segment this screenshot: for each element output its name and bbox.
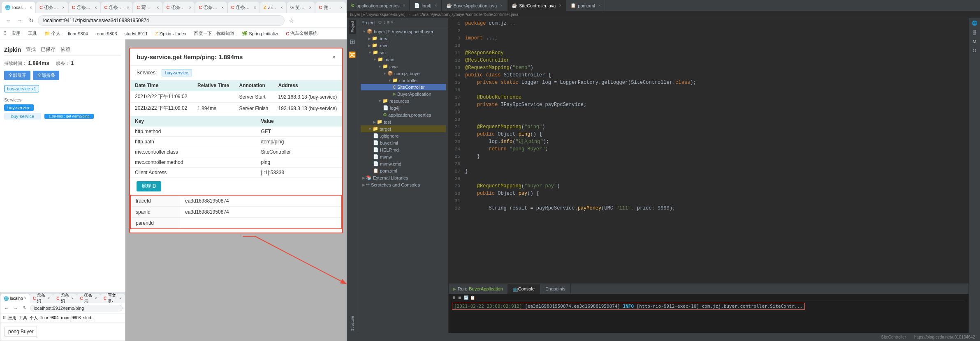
browser-tab-9[interactable]: G 笑家友 × [287, 2, 315, 13]
tab-close-4[interactable]: × [157, 5, 159, 10]
structure-label[interactable]: Structure [350, 314, 355, 333]
tree-scratches[interactable]: ▶ ✏ Scratches and Consoles [361, 181, 446, 188]
bookmark-studyt[interactable]: studyt:8911 [122, 30, 151, 37]
forward-button[interactable]: → [15, 16, 25, 25]
browser-tab-0[interactable]: 🌐 localho... × [2, 2, 35, 13]
modal-close-button[interactable]: × [332, 54, 336, 60]
tree-controller[interactable]: ▼ 📁 controller [361, 77, 446, 84]
console-toolbar-icon-2[interactable]: ⏹ [458, 295, 462, 300]
project-tab[interactable]: Project [349, 20, 356, 34]
tab-close-7[interactable]: × [254, 5, 256, 10]
tree-java[interactable]: ▼ 📁 java [361, 63, 446, 70]
tree-helpmd[interactable]: 📄 HELP.md [361, 146, 446, 153]
tree-target[interactable]: ▼ 📁 target [361, 125, 446, 132]
bookmark-personal[interactable]: 📁 个人 [42, 30, 63, 37]
zipkin-nav-saved[interactable]: 已保存 [41, 46, 56, 53]
second-tab-close-4[interactable]: × [120, 296, 122, 300]
ide-tab-2[interactable]: ☕ BuyerApplication.java × [442, 0, 507, 12]
tree-appprops[interactable]: ⚙ application.properties [361, 111, 446, 118]
collapse-all-button[interactable]: 全部折叠 [33, 71, 59, 80]
ide-tab-0[interactable]: ⚙ application.properties × [347, 0, 410, 12]
tree-sitecontroller[interactable]: C SiteController [361, 84, 446, 90]
second-bm-stud[interactable]: stud... [83, 316, 94, 320]
maven-icon[interactable]: M [972, 38, 977, 45]
code-content[interactable]: 1 package com.jz... 2 3 import ...; 10 [449, 18, 968, 283]
back-button[interactable]: ← [3, 16, 13, 25]
tree-src[interactable]: ▼ 📁 src [361, 49, 446, 56]
second-forward-btn[interactable]: → [12, 304, 19, 312]
tree-main[interactable]: ▼ 📁 main [361, 56, 446, 63]
second-bm-room[interactable]: room:9803 [61, 316, 81, 320]
tree-mvn[interactable]: ▶ 📁 .mvn [361, 42, 446, 49]
tab-close-10[interactable]: × [340, 5, 343, 10]
bookmark-room[interactable]: room:9803 [93, 30, 120, 37]
second-back-btn[interactable]: ← [3, 304, 10, 312]
zipkin-nav-deps[interactable]: 依赖 [60, 46, 70, 53]
browser-tab-3[interactable]: C ①条消息 × [101, 2, 133, 13]
tab-close-0[interactable]: × [30, 5, 32, 10]
tab-close-2[interactable]: × [95, 5, 97, 10]
bookmark-apps[interactable]: 应用 [9, 30, 23, 37]
bookmark-button[interactable]: ☆ [286, 16, 296, 25]
bookmark-zipkin[interactable]: Z Zipkin - Index [153, 30, 189, 37]
tab-close-9[interactable]: × [309, 5, 312, 10]
tree-idea[interactable]: ▶ 📁 .idea [361, 35, 446, 42]
tree-gitignore[interactable]: 📄 .gitignore [361, 132, 446, 139]
bookmark-floor[interactable]: floor:9804 [65, 30, 90, 37]
reload-button[interactable]: ↻ [26, 16, 36, 25]
second-bm-floor[interactable]: floor:9804 [40, 316, 58, 320]
tree-buyeriml[interactable]: 📄 buyer.iml [361, 139, 446, 146]
tab-close-3[interactable]: × [127, 5, 129, 10]
ide-tab-3[interactable]: ☕ SiteController.java × [507, 0, 566, 12]
database-icon[interactable]: 🗄 [971, 29, 978, 36]
browser-tab-5[interactable]: C ①条消息 × [163, 2, 195, 13]
second-tab-2[interactable]: C ①条消 × [53, 294, 76, 303]
bookmark-finance[interactable]: C 汽车金融系统 [283, 30, 320, 37]
ide-tab-close-4[interactable]: × [598, 3, 601, 8]
console-toolbar-icon-3[interactable]: 🔄 [463, 295, 468, 300]
second-bm-apps[interactable]: 应用 [8, 315, 16, 321]
tree-pomxml[interactable]: 📋 pom.xml [361, 167, 446, 174]
second-tab-close-3[interactable]: × [95, 296, 97, 300]
expand-all-button[interactable]: 全部展开 [4, 71, 30, 80]
tab-close-6[interactable]: × [221, 5, 224, 10]
tree-resources[interactable]: ▼ 📁 resources [361, 97, 446, 104]
ide-bottom-tab-endpoints[interactable]: Endpoints [540, 284, 571, 294]
web-icon[interactable]: 🌐 [971, 20, 978, 27]
browser-tab-2[interactable]: C ①条消息 × [69, 2, 100, 13]
second-bm-personal[interactable]: 个人 [30, 315, 38, 321]
second-tab-4[interactable]: C 写文章- × [100, 294, 125, 303]
tree-external-libs[interactable]: ▶ 📚 External Libraries [361, 174, 446, 181]
second-address-bar[interactable]: localhost:9912/temp/ping [30, 305, 123, 311]
browser-tab-8[interactable]: Z Zipkin × [260, 2, 286, 13]
ide-tab-close-3[interactable]: × [559, 3, 561, 8]
zipkin-nav-find[interactable]: 查找 [26, 46, 36, 53]
second-tab-close-1[interactable]: × [48, 296, 50, 300]
second-tab-close-0[interactable]: × [24, 296, 26, 300]
tree-buyerapplication[interactable]: ▶ BuyerApplication [361, 90, 446, 97]
tree-buyer[interactable]: ▼ 📦 buyer [E:\myworkspace\buyer] [361, 28, 446, 35]
second-tab-1[interactable]: C ①条消 × [30, 294, 53, 303]
tree-mvnw[interactable]: 📄 mvnw [361, 153, 446, 160]
tree-package[interactable]: ▼ 📦 com.jzj.buyer [361, 70, 446, 77]
tab-close-1[interactable]: × [62, 5, 65, 10]
second-tab-0[interactable]: 🌐 localho × [0, 294, 30, 303]
bookmark-baidu[interactable]: 百度一下，你就知道 [191, 30, 237, 37]
commit-icon[interactable]: 🔀 [347, 50, 357, 60]
tree-test[interactable]: ▶ 📁 test [361, 118, 446, 125]
console-toolbar-icon-4[interactable]: 📋 [470, 295, 475, 300]
second-tab-3[interactable]: C ①条消 × [77, 294, 100, 303]
second-reload-btn[interactable]: ↻ [21, 304, 28, 312]
browser-tab-1[interactable]: C ①条消息 × [36, 2, 68, 13]
ide-tab-close-1[interactable]: × [435, 3, 437, 8]
tab-close-5[interactable]: × [189, 5, 191, 10]
show-id-button[interactable]: 展现ID [137, 181, 161, 191]
browser-tab-6[interactable]: C ①条消息 × [195, 2, 227, 13]
ide-tab-4[interactable]: 📋 pom.xml × [566, 0, 605, 12]
bookmark-spring[interactable]: 🌿 Spring Initializr [239, 30, 281, 37]
console-toolbar-icon-1[interactable]: ⏸ [452, 295, 456, 300]
tree-log4j[interactable]: 📄 log4j [361, 104, 446, 111]
ide-tab-close-2[interactable]: × [500, 3, 503, 8]
browser-tab-7[interactable]: C ①条消息 × [228, 2, 259, 13]
second-tab-close-2[interactable]: × [71, 296, 73, 300]
